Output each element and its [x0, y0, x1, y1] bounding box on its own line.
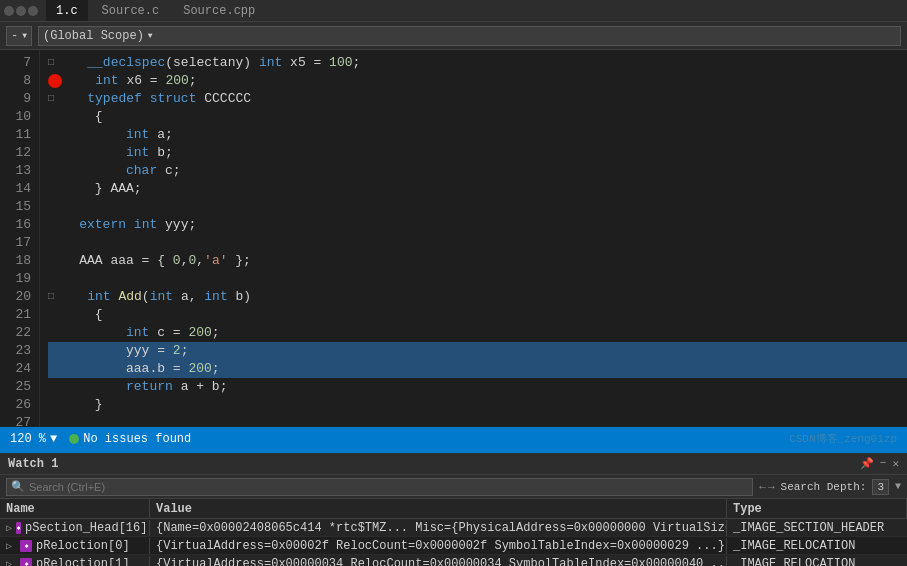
- col-name: Name: [0, 499, 150, 518]
- code-line-25: return a + b;: [48, 378, 907, 396]
- depth-value[interactable]: 3: [872, 479, 889, 495]
- row-type-0: _IMAGE_SECTION_HEADER: [727, 520, 907, 536]
- watch-panel-header: Watch 1 📌 − ✕: [0, 453, 907, 475]
- tab-1c[interactable]: 1.c: [46, 0, 88, 21]
- fold-20[interactable]: □: [48, 288, 54, 306]
- editor-toolbar: - ▼ (Global Scope) ▼: [0, 22, 907, 50]
- expand-arrow-1[interactable]: ▷: [6, 540, 16, 552]
- table-row[interactable]: ▷ ⬥ pSection_Head[16] {Name=0x0000240806…: [0, 519, 907, 537]
- code-line-11: int a;: [48, 126, 907, 144]
- code-line-18: AAA aaa = { 0 , 0 , 'a' };: [48, 252, 907, 270]
- window-controls: [4, 6, 38, 16]
- panel-close-icon[interactable]: ✕: [892, 457, 899, 470]
- minimize-icon[interactable]: [4, 6, 14, 16]
- code-editor[interactable]: □ __declspec(selectany) int x5 = 100; in…: [40, 50, 907, 427]
- dropdown1-arrow: ▼: [22, 31, 27, 40]
- maximize-icon[interactable]: [16, 6, 26, 16]
- col-value: Value: [150, 499, 727, 518]
- watch-rows: ▷ ⬥ pSection_Head[16] {Name=0x0000240806…: [0, 519, 907, 566]
- nav-arrows: ← →: [759, 481, 774, 493]
- table-row[interactable]: ▷ ⬥ pReloction[0] {VirtualAddress=0x0000…: [0, 537, 907, 555]
- search-box[interactable]: 🔍: [6, 478, 753, 496]
- watch-panel: Watch 1 📌 − ✕ 🔍 ← → Search Depth: 3 ▼ Na…: [0, 451, 907, 566]
- code-line-14: } AAA;: [48, 180, 907, 198]
- zoom-status[interactable]: 120 % ▼: [10, 432, 57, 446]
- dropdown2-arrow: ▼: [148, 31, 153, 40]
- status-bar: 120 % ▼ No issues found: [0, 427, 907, 451]
- row-type-2: _IMAGE_RELOCATION: [727, 556, 907, 567]
- code-line-17: [48, 234, 907, 252]
- watch-panel-title: Watch 1: [8, 457, 58, 471]
- watch-table: Name Value Type ▷ ⬥ pSection_Head[16] {N…: [0, 499, 907, 566]
- depth-arrow[interactable]: ▼: [895, 481, 901, 492]
- prev-arrow[interactable]: ←: [759, 481, 766, 493]
- next-arrow[interactable]: →: [768, 481, 775, 493]
- code-line-8: int x6 = 200;: [48, 72, 907, 90]
- code-line-22: int c = 200;: [48, 324, 907, 342]
- code-line-7: □ __declspec(selectany) int x5 = 100;: [48, 54, 907, 72]
- breakpoint-8[interactable]: [48, 74, 62, 88]
- watch-toolbar: 🔍 ← → Search Depth: 3 ▼: [0, 475, 907, 499]
- row-name-1: ▷ ⬥ pReloction[0]: [0, 538, 150, 554]
- code-line-21: {: [48, 306, 907, 324]
- row-icon-0: ⬥: [16, 522, 21, 534]
- search-icon: 🔍: [11, 480, 25, 493]
- code-line-10: {: [48, 108, 907, 126]
- issues-status: No issues found: [69, 432, 191, 446]
- zoom-arrow: ▼: [50, 432, 57, 446]
- table-row[interactable]: ▷ ⬥ pReloction[1] {VirtualAddress=0x0000…: [0, 555, 907, 566]
- scope-dropdown-2[interactable]: (Global Scope) ▼: [38, 26, 901, 46]
- issues-icon: [69, 434, 79, 444]
- code-line-24: aaa.b = 200;: [48, 360, 907, 378]
- code-line-26: }: [48, 396, 907, 414]
- close-icon[interactable]: [28, 6, 38, 16]
- row-type-1: _IMAGE_RELOCATION: [727, 538, 907, 554]
- title-bar: 1.c Source.c Source.cpp: [0, 0, 907, 22]
- row-value-1: {VirtualAddress=0x00002f RelocCount=0x00…: [150, 538, 727, 554]
- row-icon-2: ⬥: [20, 558, 32, 567]
- code-line-27: [48, 414, 907, 427]
- tab-sourcec[interactable]: Source.c: [92, 0, 170, 21]
- expand-arrow-0[interactable]: ▷: [6, 522, 12, 534]
- row-value-2: {VirtualAddress=0x00000034 RelocCount=0x…: [150, 556, 727, 567]
- tab-sourcecpp[interactable]: Source.cpp: [173, 0, 265, 21]
- code-line-13: char c;: [48, 162, 907, 180]
- row-name-2: ▷ ⬥ pReloction[1]: [0, 556, 150, 567]
- panel-minimize-icon[interactable]: −: [880, 457, 887, 470]
- col-type: Type: [727, 499, 907, 518]
- line-numbers: 7 8 9 10 11 12 13 14 15 16 17 18 19 20 2…: [0, 50, 40, 427]
- expand-arrow-2[interactable]: ▷: [6, 558, 16, 567]
- code-line-12: int b;: [48, 144, 907, 162]
- row-value-0: {Name=0x00002408065c414 *rtc$TMZ... Misc…: [150, 520, 727, 536]
- panel-pin-icon[interactable]: 📌: [860, 457, 874, 470]
- search-input[interactable]: [29, 481, 109, 493]
- code-line-19: [48, 270, 907, 288]
- code-line-9: □ typedef struct CCCCCC: [48, 90, 907, 108]
- code-line-20: □ int Add (int a, int b): [48, 288, 907, 306]
- editor-area: 7 8 9 10 11 12 13 14 15 16 17 18 19 20 2…: [0, 50, 907, 427]
- row-icon-1: ⬥: [20, 540, 32, 552]
- scope-dropdown-1[interactable]: - ▼: [6, 26, 32, 46]
- row-name-0: ▷ ⬥ pSection_Head[16]: [0, 520, 150, 536]
- code-line-15: [48, 198, 907, 216]
- watch-panel-controls: 📌 − ✕: [860, 457, 899, 470]
- depth-label: Search Depth:: [781, 481, 867, 493]
- code-line-16: extern int yyy;: [48, 216, 907, 234]
- fold-7[interactable]: □: [48, 54, 54, 72]
- fold-9[interactable]: □: [48, 90, 54, 108]
- code-line-23: yyy = 2;: [48, 342, 907, 360]
- table-header: Name Value Type: [0, 499, 907, 519]
